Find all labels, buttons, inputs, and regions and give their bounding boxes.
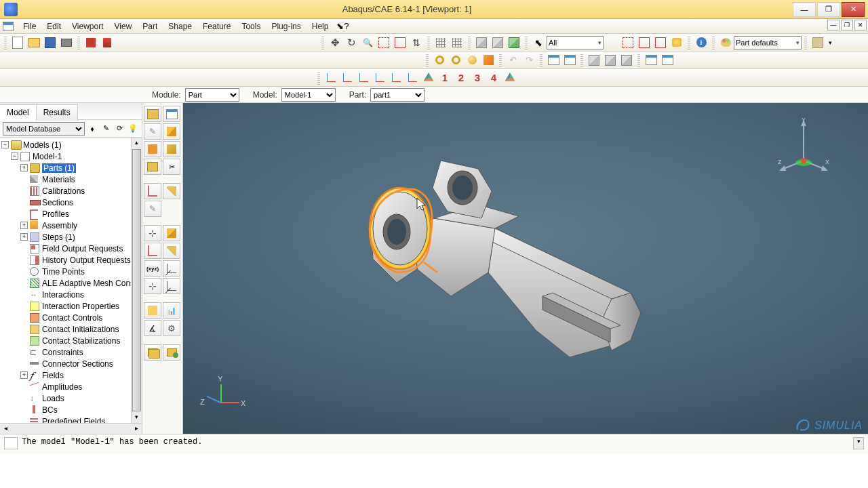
tree-item[interactable]: ALE Adaptive Mesh Cons: [42, 279, 134, 288]
message-scroll[interactable]: ▾: [853, 437, 864, 449]
expand-icon[interactable]: +: [20, 164, 28, 171]
close-button[interactable]: ✕: [842, 2, 865, 17]
minimize-button[interactable]: —: [793, 2, 816, 17]
tree-item[interactable]: Connector Sections: [42, 359, 113, 369]
toolbar-button[interactable]: [653, 35, 668, 50]
model-tree[interactable]: −Models (1) −Model-1 +Parts (1) Material…: [0, 138, 142, 434]
tree-scrollbar-v[interactable]: ▴▾: [131, 138, 142, 423]
tree-item[interactable]: Interaction Properties: [42, 302, 119, 311]
menu-part[interactable]: Part: [137, 20, 163, 33]
tree-item[interactable]: Profiles: [42, 209, 69, 219]
tool-button[interactable]: [144, 159, 161, 175]
open-button[interactable]: [26, 35, 41, 50]
tree-root[interactable]: Models (1): [23, 140, 62, 150]
rotate-button[interactable]: [344, 35, 359, 50]
viewport-restore-icon[interactable]: ❐: [841, 20, 853, 30]
tool-button[interactable]: [144, 183, 161, 199]
part-manager-button[interactable]: [163, 106, 180, 122]
tool-button[interactable]: [163, 225, 180, 241]
toolbar-grip[interactable]: [427, 36, 430, 49]
datum-button[interactable]: [405, 70, 420, 85]
expand-icon[interactable]: +: [20, 233, 28, 241]
tree-item[interactable]: Steps (1): [42, 232, 75, 242]
toolbar-grip[interactable]: [426, 54, 429, 67]
csys-button[interactable]: [421, 70, 436, 85]
viewport[interactable]: YXZ Y X Z SIMULIA: [183, 103, 868, 434]
cube-button[interactable]: [619, 53, 634, 68]
cube-button[interactable]: [587, 53, 601, 68]
toolbar-grip[interactable]: [468, 36, 471, 49]
tab-results[interactable]: Results: [37, 104, 78, 121]
filter-dropdown[interactable]: All: [547, 36, 604, 49]
grid-button[interactable]: [450, 35, 465, 50]
tree-button[interactable]: ✎: [100, 123, 112, 135]
menu-plugins[interactable]: Plug-ins: [266, 20, 306, 33]
tool-button[interactable]: [163, 159, 180, 175]
tree-item[interactable]: Fields: [42, 371, 64, 380]
toolbar-button[interactable]: [620, 35, 635, 50]
toolbar-button[interactable]: [604, 35, 619, 50]
tool-button[interactable]: [144, 320, 161, 336]
tab-model[interactable]: Model: [0, 104, 37, 121]
datum-button[interactable]: [323, 70, 338, 85]
toolbar-button[interactable]: [100, 35, 115, 50]
menu-edit[interactable]: Edit: [41, 20, 66, 33]
datum-button[interactable]: [340, 70, 355, 85]
render-hidden-button[interactable]: [490, 35, 505, 50]
table-button[interactable]: [562, 53, 577, 68]
toolbar-button[interactable]: [83, 35, 98, 50]
tree-item[interactable]: Loads: [42, 394, 64, 403]
toolbar-grip[interactable]: [540, 54, 542, 67]
table-button[interactable]: [546, 53, 561, 68]
toolbar-grip[interactable]: [525, 36, 528, 49]
menu-view[interactable]: View: [109, 20, 138, 33]
message-toggle-icon[interactable]: [4, 437, 18, 449]
cycle-view-button[interactable]: [409, 35, 424, 50]
grid-button[interactable]: [433, 35, 448, 50]
tree-parts[interactable]: Parts (1): [42, 163, 76, 173]
tree-item[interactable]: Contact Initializations: [42, 325, 119, 334]
tree-item[interactable]: Calibrations: [42, 186, 85, 196]
cube-button[interactable]: [603, 53, 618, 68]
toolbar-button[interactable]: [669, 35, 684, 50]
tool-button[interactable]: [163, 344, 180, 361]
menu-shape[interactable]: Shape: [163, 20, 197, 33]
chart-button[interactable]: [163, 302, 180, 319]
maximize-button[interactable]: ❐: [817, 2, 840, 17]
tree-scrollbar-h[interactable]: ◂▸: [0, 423, 142, 434]
save-button[interactable]: [43, 35, 58, 50]
tool-button[interactable]: [163, 141, 180, 157]
tool-button[interactable]: [163, 278, 180, 294]
xyz-button[interactable]: [144, 260, 161, 277]
part-geometry[interactable]: [359, 140, 644, 357]
tool-button[interactable]: [144, 141, 161, 157]
create-part-button[interactable]: [144, 106, 161, 122]
tool-button[interactable]: [144, 225, 161, 241]
menu-tools[interactable]: Tools: [236, 20, 266, 33]
pan-button[interactable]: [328, 35, 342, 50]
toolbar-grip[interactable]: [321, 36, 324, 49]
undo-button[interactable]: ↶: [505, 53, 520, 68]
tree-item[interactable]: Time Points: [42, 267, 85, 277]
tree-item[interactable]: BCs: [42, 405, 58, 415]
menu-help[interactable]: Help: [307, 20, 334, 33]
render-wire-button[interactable]: [474, 35, 489, 50]
csys-2-button[interactable]: 2: [454, 70, 469, 85]
settings-button[interactable]: [163, 320, 180, 336]
solid-button[interactable]: [465, 53, 479, 68]
tree-item[interactable]: Assembly: [42, 221, 77, 230]
tree-item[interactable]: Field Output Requests: [42, 244, 123, 253]
tree-button[interactable]: ⟳: [113, 123, 125, 135]
view-triad[interactable]: Y X Z: [776, 117, 831, 178]
tool-button[interactable]: [144, 344, 161, 361]
tree-button[interactable]: 💡: [127, 123, 139, 135]
csys-button[interactable]: [502, 70, 517, 85]
tree-item[interactable]: Amplitudes: [42, 382, 82, 392]
csys-1-button[interactable]: 1: [437, 70, 452, 85]
shell-button[interactable]: [432, 53, 447, 68]
module-dropdown[interactable]: Part: [185, 88, 239, 102]
toolbar-grip[interactable]: [580, 54, 583, 67]
tree-model[interactable]: Model-1: [33, 152, 62, 161]
toolbar-grip[interactable]: [4, 36, 7, 49]
datum-button[interactable]: [356, 70, 371, 85]
